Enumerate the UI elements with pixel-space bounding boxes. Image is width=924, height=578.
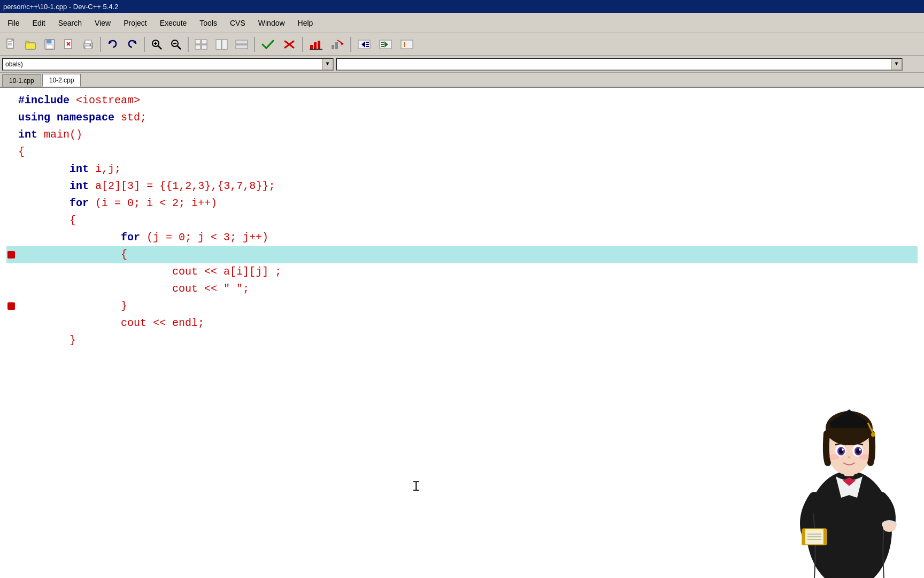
print-button[interactable] (79, 35, 97, 54)
svg-rect-76 (823, 529, 827, 545)
menu-bar: File Edit Search View Project Execute To… (0, 13, 924, 33)
svg-point-68 (856, 448, 860, 454)
svg-text:I: I (404, 41, 405, 49)
code-line-5[interactable]: int i,j; (6, 161, 918, 178)
open-file-button[interactable] (21, 35, 40, 54)
code-line-13[interactable]: } (6, 298, 918, 315)
svg-point-62 (871, 432, 875, 437)
separator-5 (302, 37, 303, 52)
undo-button[interactable] (104, 35, 122, 54)
insert-button[interactable]: I (397, 35, 417, 54)
zoom-in-button[interactable] (148, 35, 166, 54)
dropdown-bar: obals) ▼ ▼ (0, 56, 924, 73)
title-bar: person\c++\10-1.cpp - Dev-C++ 5.4.2 (0, 0, 924, 13)
svg-rect-37 (318, 41, 320, 49)
avatar-svg (774, 364, 924, 578)
svg-rect-40 (335, 42, 338, 49)
tab-10-2-cpp[interactable]: 10-2.cpp (42, 74, 81, 87)
code-line-6[interactable]: int a[2][3] = {{1,2,3},{3,7,8}}; (6, 178, 918, 195)
svg-line-61 (868, 423, 873, 434)
breakpoint-10 (7, 251, 15, 258)
stop-exec-button[interactable] (279, 35, 299, 54)
svg-rect-25 (195, 40, 201, 44)
svg-point-81 (883, 522, 896, 532)
svg-rect-30 (222, 40, 227, 49)
zoom-out-button[interactable] (167, 35, 185, 54)
menu-edit[interactable]: Edit (27, 17, 51, 29)
code-line-3[interactable]: int main() (6, 126, 918, 143)
svg-point-63 (835, 445, 846, 457)
code-line-7[interactable]: for (i = 0; i < 2; i++) (6, 195, 918, 212)
svg-rect-8 (47, 45, 53, 49)
new-file-button[interactable] (2, 35, 20, 54)
redo-button[interactable] (123, 35, 141, 54)
check-syntax-button[interactable] (258, 35, 278, 54)
code-line-9[interactable]: for (j = 0; j < 3; j++) (6, 229, 918, 246)
svg-rect-26 (202, 40, 207, 44)
run-button[interactable] (212, 35, 231, 54)
symbol-dropdown[interactable]: ▼ (336, 58, 903, 71)
code-line-10[interactable]: { (6, 246, 918, 263)
profiler-button[interactable] (327, 35, 348, 54)
svg-rect-74 (802, 529, 827, 545)
menu-window[interactable]: Window (253, 17, 290, 29)
gutter-10 (6, 251, 16, 258)
menu-view[interactable]: View (89, 17, 116, 29)
menu-project[interactable]: Project (118, 17, 152, 29)
svg-point-69 (842, 448, 844, 451)
scope-dropdown-arrow[interactable]: ▼ (322, 59, 333, 70)
menu-cvs[interactable]: CVS (225, 17, 251, 29)
svg-rect-5 (26, 43, 35, 49)
code-line-8[interactable]: { (6, 212, 918, 229)
prev-button[interactable] (354, 35, 374, 54)
scope-dropdown-text: obals) (3, 60, 322, 68)
svg-rect-29 (216, 40, 221, 49)
code-line-11[interactable]: cout << a[i][j] ; (6, 263, 918, 280)
svg-rect-56 (844, 463, 854, 476)
editor-area[interactable]: #include <iostream> using namespace std;… (0, 88, 924, 578)
compile-button[interactable] (191, 35, 211, 54)
svg-point-73 (810, 530, 825, 541)
svg-point-67 (839, 448, 843, 454)
svg-marker-60 (828, 409, 871, 424)
switch-button[interactable] (232, 35, 251, 54)
code-line-15[interactable]: } (6, 332, 918, 349)
code-line-12[interactable]: cout << " "; (6, 280, 918, 298)
svg-point-64 (852, 445, 863, 457)
svg-line-19 (158, 46, 161, 49)
tab-10-1-cpp[interactable]: 10-1.cpp (2, 74, 41, 87)
svg-point-71 (829, 454, 839, 460)
menu-tools[interactable]: Tools (194, 17, 222, 29)
code-line-2[interactable]: using namespace std; (6, 109, 918, 126)
code-content: #include <iostream> using namespace std;… (0, 88, 924, 353)
svg-line-41 (337, 40, 343, 44)
code-line-14[interactable]: cout << endl; (6, 315, 918, 332)
svg-point-57 (827, 424, 872, 475)
svg-rect-27 (195, 45, 201, 49)
svg-point-58 (826, 411, 873, 445)
scope-dropdown[interactable]: obals) ▼ (2, 58, 334, 71)
code-line-4[interactable]: { (6, 143, 918, 161)
close-file-button[interactable] (60, 35, 78, 54)
separator-2 (144, 37, 145, 52)
svg-rect-39 (332, 45, 334, 49)
chart-button[interactable] (306, 35, 326, 54)
svg-point-15 (90, 44, 91, 45)
svg-point-72 (859, 454, 869, 460)
svg-rect-53 (401, 40, 413, 49)
menu-search[interactable]: Search (53, 17, 87, 29)
menu-help[interactable]: Help (292, 17, 319, 29)
svg-point-80 (882, 520, 897, 529)
svg-point-66 (854, 447, 862, 455)
next-button[interactable] (375, 35, 396, 54)
svg-rect-14 (85, 46, 91, 49)
save-file-button[interactable] (41, 35, 59, 54)
code-line-1[interactable]: #include <iostream> (6, 92, 918, 109)
symbol-dropdown-arrow[interactable]: ▼ (891, 59, 902, 70)
svg-line-23 (178, 46, 181, 49)
menu-file[interactable]: File (2, 17, 25, 29)
toolbar: I (0, 33, 924, 56)
menu-execute[interactable]: Execute (155, 17, 192, 29)
svg-point-65 (837, 447, 845, 455)
separator-6 (350, 37, 351, 52)
